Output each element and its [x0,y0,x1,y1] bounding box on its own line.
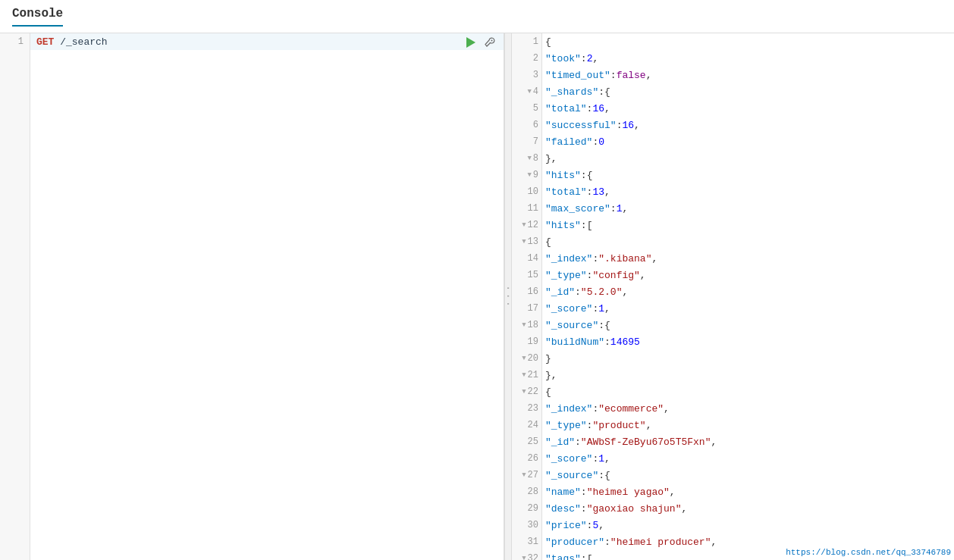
output-line-num-31: 31 [512,533,541,550]
editor-panel: 1 GET /_search [0,33,504,560]
output-line-num-27: ▼27 [512,467,541,483]
fold-arrow[interactable]: ▼ [527,155,531,162]
output-content-line-17: "_score": 1, [542,300,954,317]
output-content-line-5: "total": 16, [542,100,954,117]
output-content-line-12: "hits": [ [542,217,954,233]
output-line-num-16: 16 [512,283,541,300]
output-line-num-32: ▼32 [512,550,541,560]
page-title: Console [12,7,63,27]
output-content-line-4: "_shards": { [542,83,954,100]
output-panel: 123▼4567▼8▼91011▼12▼1314151617▼1819▼20▼2… [512,33,954,560]
editor-line-1: GET /_search [30,33,504,50]
drag-handle[interactable]: ··· [504,33,512,560]
svg-point-1 [491,40,493,42]
output-line-num-25: 25 [512,433,541,450]
output-line-num-2: 2 [512,50,541,67]
fold-arrow[interactable]: ▼ [522,471,526,479]
app-header: Console [0,0,954,33]
output-line-num-28: 28 [512,483,541,500]
fold-arrow[interactable]: ▼ [522,238,526,246]
fold-arrow[interactable]: ▼ [522,388,526,396]
main-container: 1 GET /_search [0,33,954,560]
output-content-line-22: { [542,383,954,400]
output-content-line-29: "desc": "gaoxiao shajun", [542,500,954,517]
output-content-line-24: "_type": "product", [542,417,954,433]
output-content-line-18: "_source": { [542,317,954,333]
editor-area: 1 GET /_search [0,33,504,560]
output-content-line-21: }, [542,367,954,383]
output-line-num-23: 23 [512,400,541,417]
path-label: /_search [54,36,107,48]
output-content-line-13: { [542,233,954,250]
output-line-num-18: ▼18 [512,317,541,333]
output-line-num-15: 15 [512,267,541,283]
output-content-line-25: "_id": "AWbSf-ZeByu67o5T5Fxn", [542,433,954,450]
output-content-line-26: "_score": 1, [542,450,954,467]
output-line-num-4: ▼4 [512,83,541,100]
svg-marker-0 [466,37,475,48]
fold-arrow[interactable]: ▼ [522,221,526,229]
output-content-line-2: "took": 2, [542,50,954,67]
run-button[interactable] [463,35,478,50]
output-content-line-10: "total": 13, [542,183,954,200]
output-content-line-1: { [542,33,954,50]
output-line-num-22: ▼22 [512,383,541,400]
output-content-line-30: "price": 5, [542,517,954,533]
output-line-num-8: ▼8 [512,150,541,167]
output-line-num-5: 5 [512,100,541,117]
output-content: { "took": 2, "timed_out": false, "_shard… [542,33,954,560]
output-content-line-19: "buildNum": 14695 [542,333,954,350]
output-content-line-14: "_index": ".kibana", [542,250,954,267]
watermark-link[interactable]: https://blog.csdn.net/qq_33746789 [786,548,951,557]
output-line-num-10: 10 [512,183,541,200]
output-line-num-7: 7 [512,133,541,150]
output-line-num-20: ▼20 [512,350,541,367]
output-line-num-9: ▼9 [512,167,541,183]
output-line-num-3: 3 [512,67,541,83]
output-line-num-13: ▼13 [512,233,541,250]
output-content-line-20: } [542,350,954,367]
fold-arrow[interactable]: ▼ [522,371,526,379]
output-content-line-11: "max_score": 1, [542,200,954,217]
output-content-line-8: }, [542,150,954,167]
output-line-num-17: 17 [512,300,541,317]
output-line-num-30: 30 [512,517,541,533]
method-label: GET [36,36,54,48]
output-line-num-21: ▼21 [512,367,541,383]
editor-line-num-1: 1 [0,33,30,50]
output-line-num-6: 6 [512,117,541,133]
fold-arrow[interactable]: ▼ [527,171,531,179]
fold-arrow[interactable]: ▼ [522,321,526,329]
output-content-line-28: "name": "heimei yagao", [542,483,954,500]
editor-content[interactable]: GET /_search [30,33,504,560]
output-content-line-27: "_source": { [542,467,954,483]
output-area: 123▼4567▼8▼91011▼12▼1314151617▼1819▼20▼2… [512,33,954,560]
fold-arrow[interactable]: ▼ [527,88,531,95]
output-content-line-9: "hits": { [542,167,954,183]
editor-line-numbers: 1 [0,33,30,560]
output-content-line-7: "failed": 0 [542,133,954,150]
output-content-line-16: "_id": "5.2.0", [542,283,954,300]
output-content-line-6: "successful": 16, [542,117,954,133]
wrench-button[interactable] [482,35,497,50]
output-content-line-15: "_type": "config", [542,267,954,283]
output-line-num-1: 1 [512,33,541,50]
fold-arrow[interactable]: ▼ [522,555,526,560]
output-line-num-24: 24 [512,417,541,433]
output-line-num-12: ▼12 [512,217,541,233]
output-line-numbers: 123▼4567▼8▼91011▼12▼1314151617▼1819▼20▼2… [512,33,542,560]
output-line-num-26: 26 [512,450,541,467]
output-line-num-19: 19 [512,333,541,350]
fold-arrow[interactable]: ▼ [522,355,526,362]
editor-toolbar [463,35,497,50]
output-content-line-3: "timed_out": false, [542,67,954,83]
output-line-num-29: 29 [512,500,541,517]
output-line-num-14: 14 [512,250,541,267]
output-content-line-23: "_index": "ecommerce", [542,400,954,417]
output-line-num-11: 11 [512,200,541,217]
